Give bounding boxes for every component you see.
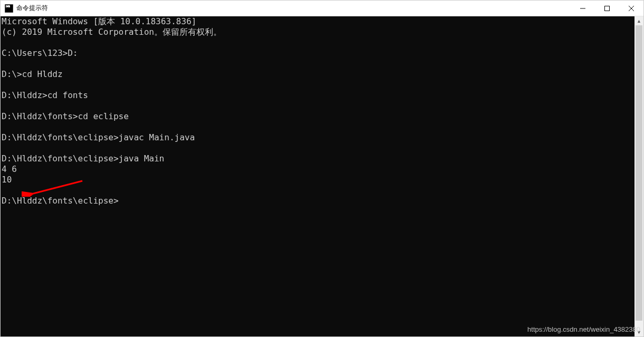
terminal-line: D:\Hlddz\fonts\eclipse>java Main [2,153,632,164]
maximize-button[interactable] [595,1,619,16]
scrollbar-thumb[interactable] [636,25,642,321]
terminal-line: 4 6 [2,164,632,175]
cmd-icon: C:\ [5,4,13,13]
terminal-line [2,185,632,196]
terminal-line [2,101,632,111]
terminal-line: Microsoft Windows [版本 10.0.18363.836] [2,16,632,27]
terminal-line [2,122,632,132]
window-title: 命令提示符 [16,4,571,13]
terminal-line: C:\Users\123>D: [2,48,632,59]
terminal-line [2,80,632,90]
window-controls [571,1,643,16]
terminal-line [2,143,632,153]
watermark-text: https://blog.csdn.net/weixin_4382380 [527,325,640,333]
terminal-line: 10 [2,175,632,185]
scrollbar-up-arrow-icon[interactable]: ▲ [634,16,643,25]
terminal-area: Microsoft Windows [版本 10.0.18363.836](c)… [1,16,643,336]
terminal-line [2,37,632,48]
terminal-line: D:\Hlddz\fonts>cd eclipse [2,111,632,122]
titlebar[interactable]: C:\ 命令提示符 [1,1,643,16]
terminal-line [2,59,632,69]
vertical-scrollbar[interactable]: ▲ ▼ [634,16,643,336]
svg-rect-4 [605,6,610,11]
scrollbar-track[interactable] [634,25,643,328]
terminal-line: D:\Hlddz\fonts\eclipse>javac Main.java [2,132,632,143]
terminal-output[interactable]: Microsoft Windows [版本 10.0.18363.836](c)… [1,16,634,336]
minimize-button[interactable] [571,1,595,16]
terminal-line: D:\>cd Hlddz [2,69,632,80]
svg-text:C:\: C:\ [6,5,11,8]
close-button[interactable] [619,1,643,16]
terminal-line: D:\Hlddz>cd fonts [2,90,632,101]
terminal-line: D:\Hlddz\fonts\eclipse> [2,196,632,206]
terminal-line: (c) 2019 Microsoft Corporation。保留所有权利。 [2,27,632,37]
window: C:\ 命令提示符 Microsoft Windows [版本 10.0.183… [0,0,644,337]
